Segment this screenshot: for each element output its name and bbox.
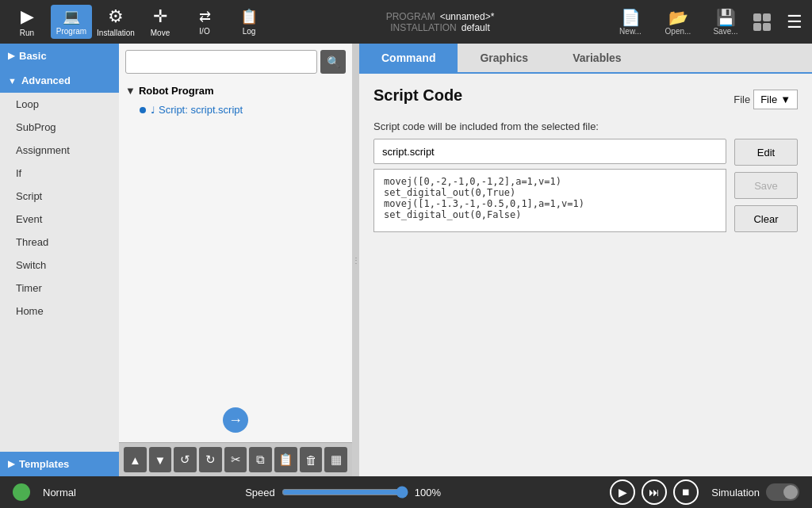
undo-button[interactable]: ↺ — [174, 447, 197, 472]
program-static-label: PROGRAM — [386, 11, 435, 22]
save-label: Save... — [713, 27, 737, 36]
toggle-knob — [783, 485, 798, 499]
log-icon-btn[interactable]: 📋 Log — [228, 5, 270, 39]
play-button[interactable]: ▶ — [610, 479, 635, 505]
cut-button[interactable]: ✂ — [224, 447, 247, 472]
io-label: I/O — [199, 27, 209, 36]
search-button[interactable]: 🔍 — [320, 50, 346, 74]
sidebar-item-loop[interactable]: Loop — [0, 93, 119, 116]
panel-description: Script code will be included from the se… — [373, 120, 798, 132]
program-name: <unnamed>* — [440, 11, 495, 22]
tab-command[interactable]: Command — [359, 44, 458, 72]
file-type-dropdown[interactable]: File File ▼ — [733, 90, 798, 109]
sidebar-item-assignment[interactable]: Assignment — [0, 139, 119, 162]
status-label: Normal — [43, 487, 76, 498]
program-icon-btn[interactable]: 💻 Program — [51, 5, 92, 39]
status-indicator — [13, 483, 30, 501]
tab-graphics[interactable]: Graphics — [458, 44, 550, 72]
sidebar-item-timer[interactable]: Timer — [0, 277, 119, 300]
search-input[interactable] — [125, 50, 317, 74]
copy-button[interactable]: ⧉ — [249, 447, 272, 472]
speed-slider[interactable] — [282, 486, 408, 498]
installation-icon-btn[interactable]: ⚙ Installation — [95, 3, 136, 40]
tree-nav-area: → — [119, 398, 352, 442]
new-icon: 📄 — [621, 8, 641, 27]
tree-expand-icon: ▼ — [125, 85, 136, 97]
open-button[interactable]: 📂 Open... — [658, 8, 698, 36]
code-line-4: set_digital_out(0,False) — [384, 209, 716, 220]
dropdown-button[interactable]: File ▼ — [753, 90, 798, 109]
sidebar-item-subprog[interactable]: SubProg — [0, 116, 119, 139]
panel-content-row: movej([0,-2,-1,0,-1,2],a=1,v=1) set_digi… — [373, 139, 798, 240]
sidebar-item-thread[interactable]: Thread — [0, 231, 119, 254]
save-button[interactable]: 💾 Save... — [706, 8, 745, 36]
top-actions: 📄 New... 📂 Open... 💾 Save... ☰ — [611, 8, 806, 36]
script-file-icon: ♩ — [151, 105, 155, 116]
sidebar-section-advanced[interactable]: ▼ Advanced — [0, 68, 119, 93]
tree-item-script[interactable]: ♩ Script: script.script — [125, 101, 346, 118]
script-label: Script — [16, 190, 42, 202]
resize-handle-left[interactable]: ⋮ — [353, 44, 359, 476]
simulation-toggle[interactable] — [766, 483, 799, 501]
tab-variables[interactable]: Variables — [550, 44, 644, 72]
installation-static-label: INSTALLATION — [390, 22, 457, 33]
sidebar-spacer — [0, 323, 119, 452]
tree-next-button[interactable]: → — [223, 407, 248, 433]
playback-controls: ▶ ⏭ ⏹ — [610, 479, 699, 505]
top-bar: ▶ Run 💻 Program ⚙ Installation ✛ Move ⇄ … — [0, 0, 812, 44]
sidebar-templates-label: Templates — [19, 458, 69, 470]
switch-label: Switch — [16, 259, 46, 271]
timer-label: Timer — [16, 282, 42, 294]
clear-button[interactable]: Clear — [734, 205, 798, 232]
program-icon: 💻 — [63, 8, 80, 25]
if-label: If — [16, 167, 21, 179]
tree-toolbar: ▲ ▼ ↺ ↻ ✂ ⧉ 📋 🗑 ▦ — [119, 442, 352, 476]
new-label: New... — [619, 27, 642, 36]
stop-button[interactable]: ⏹ — [673, 479, 699, 505]
move-icon-btn[interactable]: ✛ Move — [140, 3, 181, 40]
filename-input[interactable] — [373, 139, 726, 164]
save-file-button[interactable]: Save — [734, 172, 798, 199]
delete-button[interactable]: 🗑 — [300, 447, 323, 472]
dropdown-chevron-icon: ▼ — [780, 94, 791, 105]
robot-program-label: Robot Program — [139, 85, 214, 97]
paste-button[interactable]: 📋 — [274, 447, 297, 472]
sidebar-item-script[interactable]: Script — [0, 185, 119, 208]
program-label: Program — [56, 27, 86, 36]
program-tree: 🔍 ▼ Robot Program ♩ Script: script.scrip… — [119, 44, 353, 476]
grid-button[interactable]: ▦ — [324, 447, 347, 472]
cc-item-3 — [753, 23, 761, 31]
cc-item-2 — [763, 13, 771, 21]
installation-label: Installation — [97, 29, 135, 37]
thread-label: Thread — [16, 236, 48, 248]
sidebar-item-event[interactable]: Event — [0, 208, 119, 231]
speed-label: Speed — [245, 487, 275, 498]
move-up-button[interactable]: ▲ — [124, 447, 147, 472]
new-button[interactable]: 📄 New... — [611, 8, 650, 36]
code-column: movej([0,-2,-1,0,-1,2],a=1,v=1) set_digi… — [373, 139, 726, 240]
sidebar-item-if[interactable]: If — [0, 162, 119, 185]
run-icon: ▶ — [21, 6, 34, 27]
code-line-1: movej([0,-2,-1,0,-1,2],a=1,v=1) — [384, 176, 716, 187]
sidebar-advanced-label: Advanced — [21, 74, 71, 86]
move-down-button[interactable]: ▼ — [149, 447, 172, 472]
action-buttons: Edit Save Clear — [734, 139, 798, 240]
program-info: PROGRAM <unnamed>* INSTALLATION default — [270, 11, 611, 33]
dropdown-value: File — [760, 94, 777, 105]
tree-search-bar: 🔍 — [119, 44, 352, 80]
menu-button[interactable]: ☰ — [783, 9, 806, 36]
sidebar-section-basic[interactable]: ▶ Basic — [0, 44, 119, 68]
redo-button[interactable]: ↻ — [199, 447, 222, 472]
sidebar-item-switch[interactable]: Switch — [0, 254, 119, 277]
right-panel: Command Graphics Variables Script Code F… — [359, 44, 812, 476]
edit-button[interactable]: Edit — [734, 139, 798, 166]
save-icon: 💾 — [716, 8, 736, 27]
simulation-section: Simulation — [711, 483, 799, 501]
run-icon-btn[interactable]: ▶ Run — [6, 3, 48, 40]
top-nav-icons: ▶ Run 💻 Program ⚙ Installation ✛ Move ⇄ … — [6, 3, 270, 40]
sidebar-section-templates[interactable]: ▶ Templates — [0, 452, 119, 476]
sidebar-item-home[interactable]: Home — [0, 300, 119, 323]
tabs-row: Command Graphics Variables — [359, 44, 812, 74]
io-icon-btn[interactable]: ⇄ I/O — [184, 5, 225, 39]
step-button[interactable]: ⏭ — [642, 479, 667, 505]
